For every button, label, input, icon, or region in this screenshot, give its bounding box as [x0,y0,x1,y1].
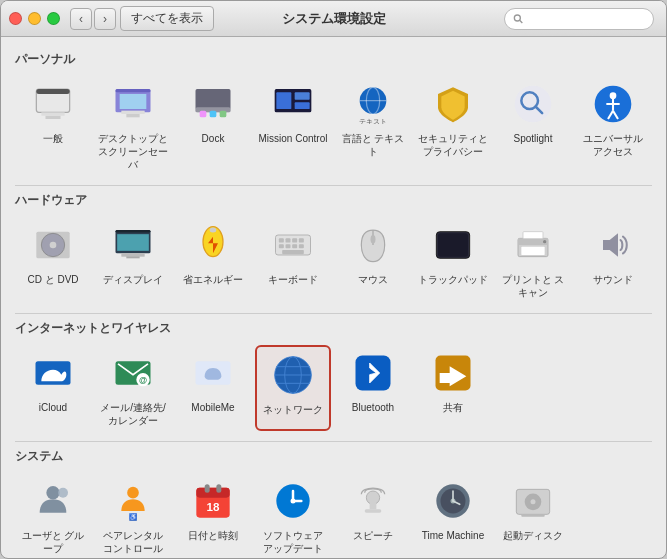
minimize-button[interactable] [28,12,41,25]
svg-text:@: @ [139,375,147,385]
maximize-button[interactable] [47,12,60,25]
section-title-personal: パーソナル [15,51,652,68]
icon-label-mouse: マウス [358,273,388,286]
icon-item-speech[interactable]: スピーチ [335,473,411,558]
icon-label-desktop: デスクトップと スクリーンセーバ [97,132,169,171]
icon-label-keyboard: キーボード [268,273,318,286]
icon-label-mission: Mission Control [259,132,328,145]
svg-point-76 [46,486,59,499]
icon-item-bluetooth[interactable]: Bluetooth [335,345,411,431]
icon-label-energy: 省エネルギー [183,273,243,286]
traffic-lights [9,12,60,25]
icon-item-software[interactable]: ソフトウェア アップデート [255,473,331,558]
icon-item-sharing[interactable]: 共有 [415,345,491,431]
svg-rect-50 [286,244,291,248]
svg-rect-38 [116,230,151,233]
icon-item-energy[interactable]: 省エネルギー [175,217,251,303]
svg-point-86 [291,499,296,504]
icon-item-display[interactable]: ディスプレイ [95,217,171,303]
svg-rect-83 [216,484,221,492]
icon-label-network: ネットワーク [263,403,323,416]
icon-label-universal: ユニバーサル アクセス [577,132,649,158]
svg-rect-15 [220,111,227,118]
svg-rect-52 [299,244,304,248]
icon-cd [29,221,77,269]
section-title-hardware: ハードウェア [15,192,652,209]
icon-item-parental[interactable]: ♿ペアレンタル コントロール [95,473,171,558]
icon-item-mobileme[interactable]: MobileMe [175,345,251,431]
icon-item-network[interactable]: ネットワーク [255,345,331,431]
icon-mobileme [189,349,237,397]
content-area: パーソナル一般デスクトップと スクリーンセーバDockMission Contr… [1,37,666,558]
icon-item-spotlight[interactable]: Spotlight [495,76,571,175]
icon-energy [189,221,237,269]
icon-label-datetime: 日付と時刻 [188,529,238,542]
icon-item-desktop[interactable]: デスクトップと スクリーンセーバ [95,76,171,175]
icon-label-language: 言語と テキスト [337,132,409,158]
svg-rect-4 [46,116,61,119]
icon-item-universal[interactable]: ユニバーサル アクセス [575,76,651,175]
icon-item-users[interactable]: ユーザと グループ [15,473,91,558]
svg-rect-17 [276,92,291,109]
icon-item-timemachine[interactable]: Time Machine [415,473,491,558]
icon-desktop [109,80,157,128]
icon-mouse [349,221,397,269]
icon-item-trackpad[interactable]: トラックパッド [415,217,491,303]
svg-text:♿: ♿ [129,512,138,521]
icon-language: テキスト [349,80,397,128]
system-preferences-window: ‹ › すべてを表示 システム環境設定 パーソナル一般デスクトップと スクリーン… [0,0,667,559]
icon-mail: @ [109,349,157,397]
icon-label-security: セキュリティと プライバシー [417,132,489,158]
svg-rect-7 [116,89,151,92]
icon-item-keyboard[interactable]: キーボード [255,217,331,303]
icon-label-timemachine: Time Machine [422,529,484,542]
icon-item-mouse[interactable]: マウス [335,217,411,303]
svg-rect-19 [295,102,310,109]
icon-item-dock[interactable]: Dock [175,76,251,175]
svg-rect-51 [292,244,297,248]
icon-dock [189,80,237,128]
icon-label-dock: Dock [202,132,225,145]
icon-speech [349,477,397,525]
svg-point-55 [371,235,376,243]
icon-grid-system: ユーザと グループ♿ペアレンタル コントロール18日付と時刻ソフトウェア アップ… [15,473,652,558]
title-bar: ‹ › すべてを表示 システム環境設定 [1,1,666,37]
show-all-button[interactable]: すべてを表示 [120,6,214,31]
icon-label-speech: スピーチ [353,529,393,542]
icon-universal [589,80,637,128]
back-button[interactable]: ‹ [70,8,92,30]
icon-sound [589,221,637,269]
icon-item-sound[interactable]: サウンド [575,217,651,303]
icon-item-datetime[interactable]: 18日付と時刻 [175,473,251,558]
icon-label-display: ディスプレイ [103,273,163,286]
icon-mission [269,80,317,128]
svg-rect-53 [282,250,304,254]
forward-button[interactable]: › [94,8,116,30]
icon-item-icloud[interactable]: iCloud [15,345,91,431]
svg-rect-45 [279,238,284,242]
icon-item-mission[interactable]: Mission Control [255,76,331,175]
icon-display [109,221,157,269]
icon-item-startup[interactable]: 起動ディスク [495,473,571,558]
svg-rect-40 [121,253,144,256]
search-box[interactable] [504,8,654,30]
icon-label-icloud: iCloud [39,401,67,414]
icon-item-cd[interactable]: CD と DVD [15,217,91,303]
icon-label-startup: 起動ディスク [503,529,563,542]
icon-item-security[interactable]: セキュリティと プライバシー [415,76,491,175]
svg-text:18: 18 [207,500,220,513]
close-button[interactable] [9,12,22,25]
icon-spotlight [509,80,557,128]
svg-rect-8 [126,114,139,117]
svg-rect-49 [279,244,284,248]
icon-item-language[interactable]: テキスト言語と テキスト [335,76,411,175]
svg-rect-88 [370,503,377,510]
icon-item-print[interactable]: プリントと スキャン [495,217,571,303]
icon-item-mail[interactable]: @メール/連絡先/ カレンダー [95,345,171,431]
search-icon [513,13,524,25]
icon-item-general[interactable]: 一般 [15,76,91,175]
icon-parental: ♿ [109,477,157,525]
section-title-system: システム [15,448,652,465]
svg-point-43 [210,228,217,233]
search-input[interactable] [528,12,645,26]
